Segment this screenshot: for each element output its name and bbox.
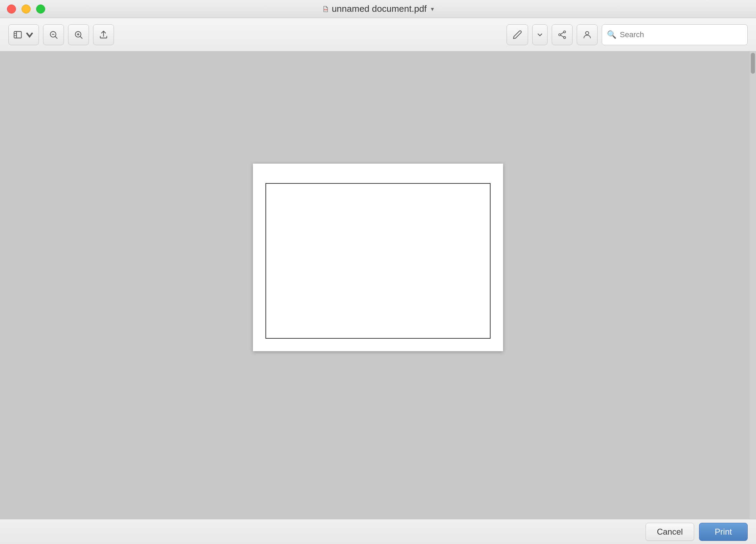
- traffic-lights: [0, 5, 45, 14]
- svg-line-16: [561, 35, 564, 37]
- sidebar-toggle-button[interactable]: [8, 24, 39, 45]
- zoom-in-icon: [74, 30, 83, 40]
- toolbar: 🔍: [0, 18, 756, 51]
- document-page: [253, 164, 503, 351]
- svg-rect-1: [14, 31, 22, 38]
- zoom-out-icon: [49, 30, 58, 40]
- chevron-down-icon: [25, 30, 34, 40]
- person-button[interactable]: [577, 24, 598, 45]
- svg-point-14: [564, 36, 566, 39]
- svg-line-11: [80, 36, 82, 38]
- svg-line-7: [55, 36, 57, 38]
- search-input[interactable]: [620, 30, 742, 39]
- sidebar-icon: [13, 30, 23, 40]
- title-bar: PDF unnamed document.pdf ▾: [0, 0, 756, 18]
- bottom-bar: Cancel Print: [0, 519, 756, 544]
- print-button[interactable]: Print: [699, 523, 748, 541]
- search-field: 🔍: [602, 24, 748, 45]
- annotate-button[interactable]: [507, 24, 528, 45]
- title-bar-center: PDF unnamed document.pdf ▾: [322, 3, 434, 14]
- page-content-rect: [265, 183, 491, 339]
- zoom-in-button[interactable]: [68, 24, 89, 45]
- main-content-area: [0, 51, 756, 519]
- share-icon: [557, 30, 567, 40]
- document-icon: PDF: [322, 6, 329, 13]
- document-title: unnamed document.pdf: [332, 3, 427, 14]
- zoom-out-button[interactable]: [43, 24, 64, 45]
- export-button[interactable]: [93, 24, 114, 45]
- minimize-button[interactable]: [22, 5, 31, 14]
- search-icon: 🔍: [607, 30, 616, 39]
- svg-line-15: [561, 32, 564, 34]
- pen-icon: [512, 30, 522, 40]
- maximize-button[interactable]: [36, 5, 45, 14]
- share-upload-icon: [99, 30, 108, 40]
- svg-point-12: [564, 31, 566, 33]
- title-chevron-icon[interactable]: ▾: [431, 5, 434, 13]
- chevron-down-small-icon: [537, 32, 543, 38]
- svg-text:PDF: PDF: [324, 9, 328, 11]
- annotate-dropdown-button[interactable]: [532, 24, 548, 45]
- scrollbar[interactable]: [750, 51, 756, 519]
- share-action-button[interactable]: [552, 24, 573, 45]
- cancel-button[interactable]: Cancel: [646, 523, 694, 541]
- scrollbar-thumb[interactable]: [751, 53, 755, 74]
- svg-point-13: [559, 34, 561, 36]
- svg-point-17: [585, 31, 589, 34]
- close-button[interactable]: [7, 5, 16, 14]
- person-icon: [582, 30, 592, 40]
